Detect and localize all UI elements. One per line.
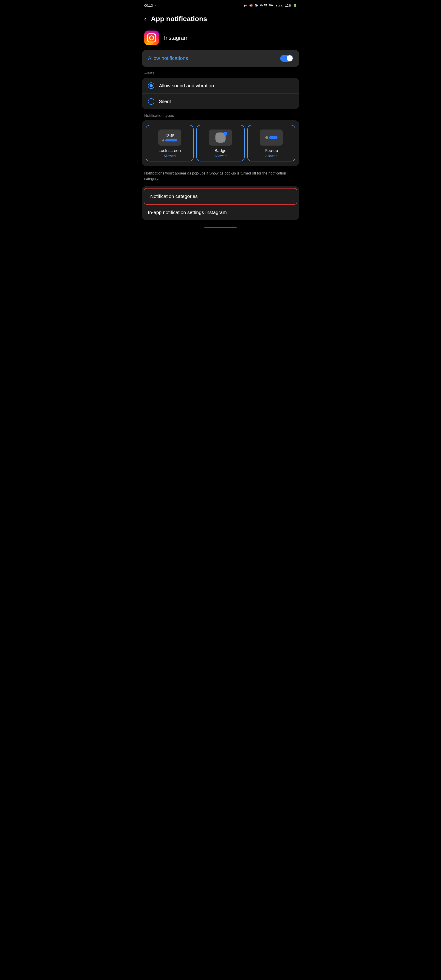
wifi-icon: 📡 (255, 4, 258, 7)
alerts-section-label: Alerts (138, 67, 303, 78)
allow-notifications-label: Allow notifications (148, 55, 188, 61)
popup-toggle-knob (265, 136, 268, 139)
network-type-icon: 4G+ (269, 4, 273, 7)
page-title: App notifications (151, 15, 207, 23)
status-right: 🛏 🔇 📡 VoLTE 4G+ ▲▲▲ 12% 🔋 (244, 4, 297, 7)
toggle-knob (287, 55, 293, 61)
app-icon (144, 30, 159, 45)
notification-categories-item[interactable]: Notification categories (144, 188, 297, 205)
lock-bar-row (162, 139, 177, 142)
notif-type-popup[interactable]: Pop-up Allowed (247, 125, 295, 161)
radio-circle-sound (148, 83, 154, 89)
badge-dot (224, 132, 228, 135)
notif-type-badge[interactable]: Badge Allowed (196, 125, 244, 161)
radio-label-sound: Allow sound and vibration (159, 83, 214, 88)
popup-label: Pop-up (264, 148, 278, 153)
allow-notifications-row[interactable]: Allow notifications (142, 50, 299, 67)
badge-preview (209, 129, 232, 146)
lockscreen-label: Lock screen (159, 148, 181, 153)
alerts-card: Allow sound and vibration Silent (142, 78, 299, 109)
radio-circle-silent (148, 98, 154, 105)
mute-icon: 🔇 (249, 4, 253, 7)
svg-rect-0 (144, 30, 159, 45)
signal-icon: ▲▲▲ (275, 4, 283, 7)
nav-indicator: ⟩ (154, 3, 156, 8)
inapp-notification-item[interactable]: In-app notification settings Instagram (142, 205, 299, 220)
home-bar (204, 227, 237, 228)
bed-icon: 🛏 (244, 4, 247, 7)
svg-point-3 (154, 34, 156, 35)
lockscreen-status: Allowed (164, 154, 176, 158)
app-row: Instagram (138, 27, 303, 50)
battery-label: 12% (285, 4, 291, 7)
notif-type-lockscreen[interactable]: 12:45 Lock screen Allowed (146, 125, 194, 161)
bottom-card: Notification categories In-app notificat… (142, 186, 299, 220)
back-button[interactable]: ‹ (144, 15, 146, 22)
app-name: Instagram (164, 35, 189, 41)
notif-types-section-label: Notification types (138, 109, 303, 120)
volte-icon: VoLTE (260, 4, 267, 7)
popup-toggle-bar (265, 136, 277, 139)
popup-status: Allowed (265, 154, 277, 158)
lock-bar (166, 139, 177, 142)
status-left: 00:13 ⟩ (144, 3, 156, 8)
radio-inner-sound (150, 84, 153, 87)
info-text: Notifications won't appear as pop-ups if… (138, 166, 303, 186)
status-bar: 00:13 ⟩ 🛏 🔇 📡 VoLTE 4G+ ▲▲▲ 12% 🔋 (138, 0, 303, 10)
header: ‹ App notifications (138, 10, 303, 27)
radio-option-silent[interactable]: Silent (142, 94, 299, 109)
time-display: 00:13 (144, 3, 153, 7)
lock-screen-preview: 12:45 (158, 129, 181, 146)
notif-types-card: 12:45 Lock screen Allowed Badge Allowed … (142, 120, 299, 166)
popup-toggle-track (269, 136, 277, 139)
radio-option-sound[interactable]: Allow sound and vibration (142, 78, 299, 94)
lock-dot (162, 139, 164, 142)
allow-notifications-toggle[interactable] (280, 55, 293, 62)
popup-preview (260, 129, 283, 146)
badge-status: Allowed (215, 154, 227, 158)
lock-time-display: 12:45 (165, 134, 174, 138)
badge-label: Badge (215, 148, 226, 153)
radio-label-silent: Silent (159, 99, 171, 104)
battery-icon: 🔋 (293, 4, 297, 7)
